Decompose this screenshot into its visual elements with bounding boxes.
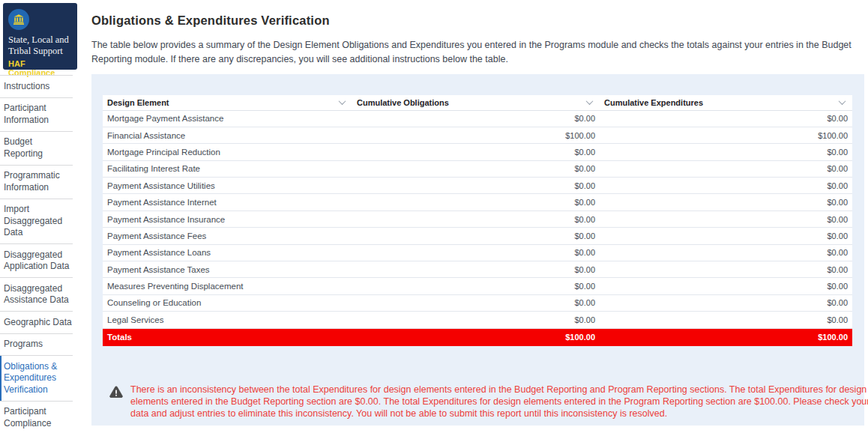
expenditures-cell: $0.00 <box>600 294 852 311</box>
expenditures-cell: $0.00 <box>600 160 852 177</box>
chevron-down-icon[interactable] <box>586 97 594 105</box>
table-row: Financial Assistance $100.00 $100.00 <box>103 127 852 143</box>
design-element-cell: Financial Assistance <box>103 127 352 143</box>
expenditures-cell: $0.00 <box>600 261 852 278</box>
column-header-label: Cumulative Obligations <box>357 98 449 107</box>
obligations-cell: $0.00 <box>352 228 600 244</box>
expenditures-cell: $0.00 <box>600 278 852 294</box>
expenditures-cell: $0.00 <box>600 194 852 211</box>
table-header-row: Design Element Cumulative Obligations <box>103 95 852 110</box>
design-element-cell: Legal Services <box>103 312 352 328</box>
chevron-down-icon[interactable] <box>839 97 846 105</box>
table-row: Mortgage Payment Assistance $0.00 $0.00 <box>103 110 852 127</box>
sidebar: State, Local and Tribal Support HAF Comp… <box>0 0 77 433</box>
column-header-cumulative-expenditures: Cumulative Expenditures <box>600 95 852 110</box>
haf-compliance-app: State, Local and Tribal Support HAF Comp… <box>0 0 868 433</box>
design-element-cell: Facilitating Interest Rate <box>103 160 352 177</box>
column-header-design-element: Design Element <box>103 95 352 110</box>
sidebar-nav: Instructions Participant Information Bud… <box>0 75 77 433</box>
column-header-label: Cumulative Expenditures <box>604 98 703 107</box>
sidebar-item-budget-reporting[interactable]: Budget Reporting <box>0 131 73 165</box>
sidebar-item-obligations-expenditures-verification[interactable]: Obligations & Expenditures Verification <box>0 355 73 401</box>
totals-obligations: $100.00 <box>352 328 600 346</box>
obligations-cell: $0.00 <box>352 178 600 194</box>
obligations-cell: $0.00 <box>352 278 600 294</box>
sidebar-item-participant-compliance[interactable]: Participant Compliance <box>0 401 73 433</box>
sidebar-item-participant-information[interactable]: Participant Information <box>0 97 73 131</box>
expenditures-cell: $0.00 <box>600 228 852 244</box>
obligations-cell: $0.00 <box>352 211 600 227</box>
obligations-cell: $0.00 <box>352 160 600 177</box>
obligations-cell: $0.00 <box>352 144 600 160</box>
logo-circle <box>8 9 29 30</box>
design-element-cell: Measures Preventing Displacement <box>103 278 352 294</box>
org-name: State, Local and Tribal Support <box>8 34 72 57</box>
column-header-cumulative-obligations: Cumulative Obligations <box>352 95 600 110</box>
sidebar-item-disaggregated-assistance-data[interactable]: Disaggregated Assistance Data <box>0 277 73 311</box>
sidebar-item-disaggregated-application-data[interactable]: Disaggregated Application Data <box>0 243 73 277</box>
sidebar-item-programmatic-information[interactable]: Programmatic Information <box>0 165 73 199</box>
inconsistency-warning: There is an inconsistency between the to… <box>109 384 868 420</box>
main-content: Obligations & Expenditures Verification … <box>77 0 868 433</box>
design-element-cell: Mortgage Principal Reduction <box>103 144 352 160</box>
obligations-expenditures-table: Design Element Cumulative Obligations <box>103 95 852 346</box>
design-element-cell: Payment Assistance Utilities <box>103 178 352 194</box>
bank-icon <box>13 13 25 25</box>
expenditures-cell: $0.00 <box>600 110 852 127</box>
design-element-cell: Payment Assistance Fees <box>103 228 352 244</box>
design-element-cell: Payment Assistance Internet <box>103 194 352 211</box>
warning-triangle-icon <box>109 386 123 398</box>
sidebar-item-instructions[interactable]: Instructions <box>0 75 73 97</box>
obligations-cell: $0.00 <box>352 110 600 127</box>
expenditures-cell: $0.00 <box>600 244 852 261</box>
sidebar-item-programs[interactable]: Programs <box>0 333 73 356</box>
expenditures-cell: $100.00 <box>600 127 852 143</box>
obligations-cell: $0.00 <box>352 261 600 278</box>
expenditures-cell: $0.00 <box>600 144 852 160</box>
sidebar-item-import-disaggregated-data[interactable]: Import Disaggregated Data <box>0 199 73 244</box>
table-row: Payment Assistance Taxes $0.00 $0.00 <box>103 261 852 278</box>
expenditures-cell: $0.00 <box>600 211 852 227</box>
design-element-cell: Payment Assistance Insurance <box>103 211 352 227</box>
table-row: Mortgage Principal Reduction $0.00 $0.00 <box>103 144 852 160</box>
table-row: Payment Assistance Utilities $0.00 $0.00 <box>103 178 852 194</box>
expenditures-cell: $0.00 <box>600 312 852 328</box>
table-row: Counseling or Education $0.00 $0.00 <box>103 294 852 311</box>
expenditures-cell: $0.00 <box>600 178 852 194</box>
totals-label: Totals <box>103 328 352 346</box>
design-element-cell: Payment Assistance Loans <box>103 244 352 261</box>
chevron-down-icon[interactable] <box>339 97 346 105</box>
table-row: Measures Preventing Displacement $0.00 $… <box>103 278 852 294</box>
obligations-cell: $0.00 <box>352 312 600 328</box>
table-row: Facilitating Interest Rate $0.00 $0.00 <box>103 160 852 177</box>
design-element-cell: Counseling or Education <box>103 294 352 311</box>
app-name: HAF Compliance <box>8 59 72 77</box>
page-title: Obligations & Expenditures Verification <box>91 13 330 28</box>
table-row: Payment Assistance Loans $0.00 $0.00 <box>103 244 852 261</box>
table-row: Payment Assistance Fees $0.00 $0.00 <box>103 228 852 244</box>
obligations-cell: $0.00 <box>352 194 600 211</box>
warning-text: There is an inconsistency between the to… <box>130 384 868 420</box>
design-element-cell: Payment Assistance Taxes <box>103 261 352 278</box>
page-description: The table below provides a summary of th… <box>91 38 858 67</box>
table-row: Payment Assistance Insurance $0.00 $0.00 <box>103 211 852 227</box>
sidebar-item-geographic-data[interactable]: Geographic Data <box>0 311 73 333</box>
totals-expenditures: $100.00 <box>600 328 852 346</box>
table-row: Legal Services $0.00 $0.00 <box>103 312 852 328</box>
obligations-cell: $100.00 <box>352 127 600 143</box>
column-header-label: Design Element <box>107 98 169 107</box>
table-row: Payment Assistance Internet $0.00 $0.00 <box>103 194 852 211</box>
brand-logo-card[interactable]: State, Local and Tribal Support HAF Comp… <box>3 3 77 70</box>
obligations-cell: $0.00 <box>352 294 600 311</box>
totals-row: Totals $100.00 $100.00 <box>103 328 852 346</box>
verification-panel: Design Element Cumulative Obligations <box>91 74 864 426</box>
design-element-cell: Mortgage Payment Assistance <box>103 110 352 127</box>
obligations-cell: $0.00 <box>352 244 600 261</box>
